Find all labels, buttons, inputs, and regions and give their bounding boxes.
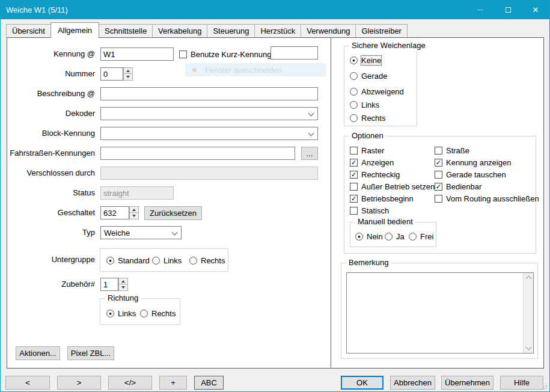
resize-grip[interactable] <box>546 388 547 389</box>
kurz-kennung-input[interactable] <box>270 46 318 60</box>
spin-down-icon[interactable] <box>129 213 139 219</box>
tab-bar: Übersicht Allgemein Schnittstelle Verkab… <box>1 19 549 37</box>
minimize-button[interactable] <box>466 1 494 19</box>
optionen-group: Optionen Raster ✓ Anzeigen ✓ Rechteckig … <box>344 136 536 254</box>
dekoder-label: Dekoder <box>7 107 95 120</box>
checkbox-ausser-betrieb[interactable]: Außer Betrieb setzen <box>350 182 435 191</box>
checkbox-rechteckig[interactable]: ✓ Rechteckig <box>350 170 400 179</box>
scrollbar[interactable] <box>523 273 533 353</box>
block-kennung-select[interactable] <box>100 127 318 140</box>
status-input <box>100 186 174 200</box>
abbrechen-button[interactable]: Abbrechen <box>390 376 435 390</box>
maximize-button[interactable] <box>494 1 522 19</box>
typ-select[interactable]: Weiche <box>100 226 182 239</box>
spin-up-icon[interactable] <box>129 206 139 213</box>
checkbox-anzeigen[interactable]: ✓ Anzeigen <box>350 158 394 167</box>
spin-down-icon[interactable] <box>118 284 128 291</box>
radio-icon <box>409 233 417 240</box>
next-button[interactable]: > <box>57 376 101 390</box>
kennung-input[interactable] <box>100 47 174 61</box>
checkbox-kennung-anzeigen[interactable]: ✓ Kennung anzeigen <box>435 158 511 167</box>
radio-sichere-links[interactable]: Links <box>350 100 379 109</box>
zubehoer-label: Zubehör# <box>7 278 95 291</box>
beschreibung-input[interactable] <box>100 87 318 100</box>
status-label: Status <box>7 186 95 200</box>
tab-gleistreiber[interactable]: Gleistreiber <box>355 24 407 37</box>
kurz-kennung-checkbox[interactable]: Benutze Kurz-Kennung <box>179 50 271 59</box>
uebernehmen-button[interactable]: Übernehmen <box>441 376 493 390</box>
bemerkung-group: Bemerkung <box>341 263 538 359</box>
radio-richtung-rechts[interactable]: Rechts <box>140 309 176 318</box>
dekoder-select[interactable] <box>100 107 318 120</box>
checkbox-statisch[interactable]: Statisch <box>350 206 389 215</box>
untergruppe-group: ● Standard Links Rechts <box>100 248 228 272</box>
radio-icon <box>152 257 160 265</box>
spin-up-icon[interactable] <box>118 278 128 284</box>
dialog-window: Weiche W1 (5/11) ✕ Übersicht Allgemein S… <box>0 0 550 392</box>
tab-steuerung[interactable]: Steuerung <box>207 24 255 37</box>
radio-frei[interactable]: Frei <box>409 232 433 241</box>
fahrstrassen-input[interactable] <box>100 147 295 160</box>
chevron-down-icon <box>172 230 178 236</box>
geschaltet-spinner[interactable] <box>129 206 139 219</box>
geschaltet-label: Geschaltet <box>7 206 95 219</box>
kurz-kennung-label: Benutze Kurz-Kennung <box>191 50 271 59</box>
radio-sichere-rechts[interactable]: Rechts <box>350 114 385 123</box>
tab-verwendung[interactable]: Verwendung <box>301 24 356 37</box>
sichere-weichenlage-group: Sichere Weichenlage ● Keine Gerade Abzwe… <box>344 46 417 126</box>
tab-schnittstelle[interactable]: Schnittstelle <box>99 24 153 37</box>
radio-icon <box>140 310 148 317</box>
radio-abzweigend[interactable]: Abzweigend <box>350 87 404 96</box>
checkbox-icon: ✓ <box>435 159 442 167</box>
radio-nein[interactable]: ● Nein <box>355 232 383 241</box>
prev-button[interactable]: < <box>5 376 50 390</box>
ok-button[interactable]: OK <box>341 376 383 390</box>
radio-ja[interactable]: Ja <box>385 232 405 241</box>
nummer-spinner[interactable] <box>123 67 133 81</box>
code-button[interactable]: </> <box>108 376 152 390</box>
checkbox-bedienbar[interactable]: ✓ Bedienbar <box>435 182 481 191</box>
checkbox-vom-routing[interactable]: Vom Routing ausschließen <box>435 194 539 203</box>
radio-keine[interactable]: ● Keine <box>350 56 381 65</box>
zuruecksetzen-button[interactable]: Zurücksetzen <box>144 206 202 220</box>
window-title: Weiche W1 (5/11) <box>1 5 68 14</box>
abc-button[interactable]: ABC <box>194 376 224 390</box>
radio-richtung-links[interactable]: ● Links <box>106 309 136 318</box>
checkbox-betriebsbeginn[interactable]: ✓ Betriebsbeginn <box>350 194 414 203</box>
zubehoer-input[interactable] <box>100 278 118 291</box>
spin-down-icon[interactable] <box>123 74 133 81</box>
bemerkung-textarea[interactable] <box>346 272 534 354</box>
kennung-label: Kennung @ <box>7 47 95 61</box>
fahrstrassen-label: Fahrstraßen-Kennungen <box>7 147 95 160</box>
radio-standard[interactable]: ● Standard <box>106 256 150 265</box>
tab-verkabelung[interactable]: Verkabelung <box>152 24 207 37</box>
pixel-zbl-button[interactable]: Pixel ZBL... <box>67 346 114 360</box>
fahrstrassen-browse-button[interactable]: ... <box>301 147 318 160</box>
checkbox-strasse[interactable]: Straße <box>435 146 469 155</box>
radio-links[interactable]: Links <box>152 256 182 265</box>
tab-uebersicht[interactable]: Übersicht <box>6 24 51 37</box>
radio-icon: ● <box>106 310 114 317</box>
geschaltet-input[interactable] <box>100 206 129 219</box>
tab-allgemein[interactable]: Allgemein <box>50 22 99 38</box>
radio-icon: ● <box>355 233 363 240</box>
zubehoer-spinner[interactable] <box>118 278 128 291</box>
hilfe-button[interactable]: Hilfe <box>500 376 543 390</box>
checkbox-icon: ✓ <box>350 195 358 203</box>
radio-gerade[interactable]: Gerade <box>350 72 387 81</box>
nummer-input[interactable] <box>100 67 123 81</box>
radio-rechts[interactable]: Rechts <box>189 256 225 265</box>
aktionen-button[interactable]: Aktionen... <box>16 346 60 360</box>
sichere-weichenlage-title: Sichere Weichenlage <box>349 41 428 50</box>
checkbox-raster[interactable]: Raster <box>350 146 384 155</box>
fenster-ausschneiden-label: Fenster ausschneiden <box>205 66 282 75</box>
scroll-down-icon[interactable] <box>526 345 532 351</box>
checkbox-gerade-tauschen[interactable]: Gerade tauschen <box>435 170 506 179</box>
scroll-up-icon[interactable] <box>526 276 532 282</box>
add-button[interactable]: + <box>159 376 187 390</box>
radio-icon: ● <box>350 57 358 64</box>
close-button[interactable]: ✕ <box>522 1 549 19</box>
richtung-group: Richtung ● Links Rechts <box>100 298 180 325</box>
spin-up-icon[interactable] <box>123 67 133 74</box>
tab-herzstueck[interactable]: Herzstück <box>254 24 301 37</box>
